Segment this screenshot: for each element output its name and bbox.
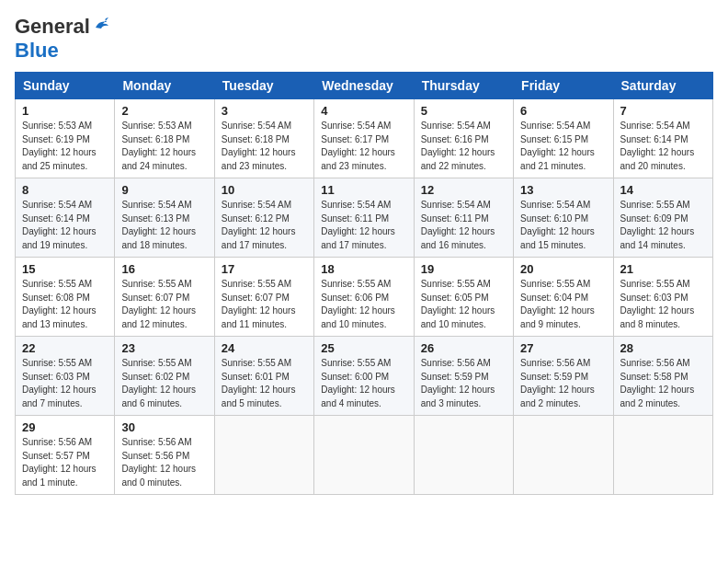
day-info: Sunrise: 5:53 AMSunset: 6:19 PMDaylight:… <box>22 120 108 173</box>
day-info: Sunrise: 5:56 AMSunset: 5:59 PMDaylight:… <box>520 357 606 410</box>
table-row: 9 Sunrise: 5:54 AMSunset: 6:13 PMDayligh… <box>115 178 214 258</box>
day-number: 20 <box>520 262 606 276</box>
day-number: 21 <box>620 262 706 276</box>
day-info: Sunrise: 5:55 AMSunset: 6:05 PMDaylight:… <box>421 278 506 331</box>
header-friday: Friday <box>514 73 613 99</box>
table-row <box>214 416 313 495</box>
day-number: 2 <box>121 104 207 118</box>
day-number: 22 <box>22 341 108 355</box>
day-info: Sunrise: 5:54 AMSunset: 6:11 PMDaylight:… <box>321 199 406 252</box>
table-row: 13 Sunrise: 5:54 AMSunset: 6:10 PMDaylig… <box>514 178 613 258</box>
logo-general-text: General <box>15 15 90 39</box>
day-number: 28 <box>620 341 706 355</box>
day-number: 18 <box>321 262 406 276</box>
day-info: Sunrise: 5:55 AMSunset: 6:04 PMDaylight:… <box>520 278 606 331</box>
day-info: Sunrise: 5:54 AMSunset: 6:18 PMDaylight:… <box>222 120 307 173</box>
day-number: 6 <box>520 104 606 118</box>
table-row: 16 Sunrise: 5:55 AMSunset: 6:07 PMDaylig… <box>115 258 214 337</box>
table-row: 10 Sunrise: 5:54 AMSunset: 6:12 PMDaylig… <box>214 178 313 258</box>
day-info: Sunrise: 5:56 AMSunset: 5:59 PMDaylight:… <box>421 357 506 410</box>
table-row: 5 Sunrise: 5:54 AMSunset: 6:16 PMDayligh… <box>414 99 513 178</box>
header-thursday: Thursday <box>414 73 513 99</box>
day-number: 29 <box>22 420 108 434</box>
day-info: Sunrise: 5:56 AMSunset: 5:56 PMDaylight:… <box>121 436 207 489</box>
day-number: 19 <box>421 262 506 276</box>
table-row: 4 Sunrise: 5:54 AMSunset: 6:17 PMDayligh… <box>314 99 414 178</box>
table-row: 29 Sunrise: 5:56 AMSunset: 5:57 PMDaylig… <box>16 416 115 495</box>
calendar-row: 29 Sunrise: 5:56 AMSunset: 5:57 PMDaylig… <box>16 416 713 495</box>
table-row: 17 Sunrise: 5:55 AMSunset: 6:07 PMDaylig… <box>214 258 313 337</box>
table-row: 6 Sunrise: 5:54 AMSunset: 6:15 PMDayligh… <box>514 99 613 178</box>
day-info: Sunrise: 5:55 AMSunset: 6:03 PMDaylight:… <box>22 357 108 410</box>
day-info: Sunrise: 5:54 AMSunset: 6:10 PMDaylight:… <box>520 199 606 252</box>
day-info: Sunrise: 5:54 AMSunset: 6:12 PMDaylight:… <box>222 199 307 252</box>
table-row: 19 Sunrise: 5:55 AMSunset: 6:05 PMDaylig… <box>414 258 513 337</box>
day-number: 15 <box>22 262 108 276</box>
table-row: 18 Sunrise: 5:55 AMSunset: 6:06 PMDaylig… <box>314 258 414 337</box>
table-row <box>314 416 414 495</box>
day-info: Sunrise: 5:54 AMSunset: 6:13 PMDaylight:… <box>121 199 207 252</box>
table-row: 3 Sunrise: 5:54 AMSunset: 6:18 PMDayligh… <box>214 99 313 178</box>
day-info: Sunrise: 5:54 AMSunset: 6:17 PMDaylight:… <box>321 120 406 173</box>
day-info: Sunrise: 5:54 AMSunset: 6:11 PMDaylight:… <box>421 199 506 252</box>
day-number: 25 <box>321 341 406 355</box>
table-row: 20 Sunrise: 5:55 AMSunset: 6:04 PMDaylig… <box>514 258 613 337</box>
day-number: 26 <box>421 341 506 355</box>
table-row: 1 Sunrise: 5:53 AMSunset: 6:19 PMDayligh… <box>16 99 115 178</box>
day-number: 7 <box>620 104 706 118</box>
table-row: 8 Sunrise: 5:54 AMSunset: 6:14 PMDayligh… <box>16 178 115 258</box>
day-number: 3 <box>222 104 307 118</box>
header-saturday: Saturday <box>613 73 712 99</box>
day-info: Sunrise: 5:53 AMSunset: 6:18 PMDaylight:… <box>121 120 207 173</box>
table-row <box>514 416 613 495</box>
table-row: 14 Sunrise: 5:55 AMSunset: 6:09 PMDaylig… <box>613 178 712 258</box>
day-number: 4 <box>321 104 406 118</box>
day-number: 27 <box>520 341 606 355</box>
table-row: 12 Sunrise: 5:54 AMSunset: 6:11 PMDaylig… <box>414 178 513 258</box>
calendar-row: 1 Sunrise: 5:53 AMSunset: 6:19 PMDayligh… <box>16 99 713 178</box>
table-row: 26 Sunrise: 5:56 AMSunset: 5:59 PMDaylig… <box>414 337 513 416</box>
logo: General Blue <box>15 15 112 63</box>
table-row <box>414 416 513 495</box>
table-row: 24 Sunrise: 5:55 AMSunset: 6:01 PMDaylig… <box>214 337 313 416</box>
logo-blue-text: Blue <box>15 39 59 63</box>
day-number: 14 <box>620 183 706 197</box>
table-row: 30 Sunrise: 5:56 AMSunset: 5:56 PMDaylig… <box>115 416 214 495</box>
day-info: Sunrise: 5:54 AMSunset: 6:14 PMDaylight:… <box>22 199 108 252</box>
day-number: 23 <box>121 341 207 355</box>
header-sunday: Sunday <box>16 73 115 99</box>
table-row: 25 Sunrise: 5:55 AMSunset: 6:00 PMDaylig… <box>314 337 414 416</box>
table-row: 11 Sunrise: 5:54 AMSunset: 6:11 PMDaylig… <box>314 178 414 258</box>
day-number: 8 <box>22 183 108 197</box>
day-info: Sunrise: 5:54 AMSunset: 6:15 PMDaylight:… <box>520 120 606 173</box>
day-number: 11 <box>321 183 406 197</box>
logo-bird-icon <box>92 15 112 35</box>
day-number: 10 <box>222 183 307 197</box>
day-info: Sunrise: 5:55 AMSunset: 6:09 PMDaylight:… <box>620 199 706 252</box>
table-row: 21 Sunrise: 5:55 AMSunset: 6:03 PMDaylig… <box>613 258 712 337</box>
day-info: Sunrise: 5:55 AMSunset: 6:07 PMDaylight:… <box>121 278 207 331</box>
table-row: 7 Sunrise: 5:54 AMSunset: 6:14 PMDayligh… <box>613 99 712 178</box>
day-info: Sunrise: 5:55 AMSunset: 6:01 PMDaylight:… <box>222 357 307 410</box>
day-info: Sunrise: 5:54 AMSunset: 6:16 PMDaylight:… <box>421 120 506 173</box>
day-number: 16 <box>121 262 207 276</box>
header-wednesday: Wednesday <box>314 73 414 99</box>
page-header: General Blue <box>15 15 713 63</box>
day-info: Sunrise: 5:56 AMSunset: 5:58 PMDaylight:… <box>620 357 706 410</box>
day-number: 9 <box>121 183 207 197</box>
table-row: 27 Sunrise: 5:56 AMSunset: 5:59 PMDaylig… <box>514 337 613 416</box>
day-info: Sunrise: 5:54 AMSunset: 6:14 PMDaylight:… <box>620 120 706 173</box>
day-info: Sunrise: 5:55 AMSunset: 6:06 PMDaylight:… <box>321 278 406 331</box>
day-info: Sunrise: 5:55 AMSunset: 6:07 PMDaylight:… <box>222 278 307 331</box>
table-row: 22 Sunrise: 5:55 AMSunset: 6:03 PMDaylig… <box>16 337 115 416</box>
day-number: 17 <box>222 262 307 276</box>
day-number: 30 <box>121 420 207 434</box>
day-info: Sunrise: 5:55 AMSunset: 6:00 PMDaylight:… <box>321 357 406 410</box>
calendar-row: 8 Sunrise: 5:54 AMSunset: 6:14 PMDayligh… <box>16 178 713 258</box>
calendar-row: 15 Sunrise: 5:55 AMSunset: 6:08 PMDaylig… <box>16 258 713 337</box>
table-row: 15 Sunrise: 5:55 AMSunset: 6:08 PMDaylig… <box>16 258 115 337</box>
table-row <box>613 416 712 495</box>
table-row: 2 Sunrise: 5:53 AMSunset: 6:18 PMDayligh… <box>115 99 214 178</box>
day-number: 24 <box>222 341 307 355</box>
day-info: Sunrise: 5:55 AMSunset: 6:02 PMDaylight:… <box>121 357 207 410</box>
